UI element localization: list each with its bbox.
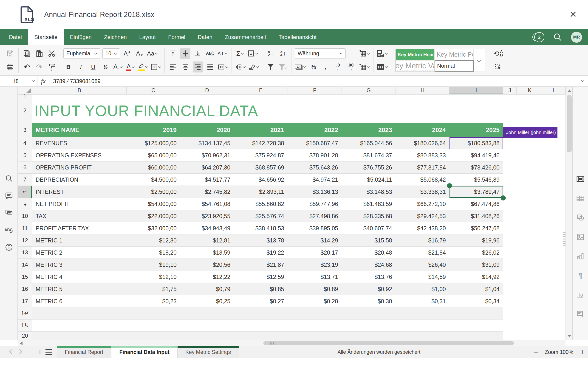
value-cell[interactable]: $50.247,68 — [450, 222, 503, 234]
value-cell[interactable]: $3.338,31 — [396, 186, 450, 198]
search-icon[interactable] — [4, 174, 14, 183]
value-cell[interactable]: $76.755,26 — [342, 161, 396, 174]
table-header-cell[interactable]: 2022 — [288, 123, 342, 137]
select-icon[interactable] — [493, 61, 503, 73]
value-cell[interactable]: $2.745,82 — [180, 186, 234, 198]
column-header-b[interactable]: B — [32, 87, 127, 94]
value-cell[interactable]: $14,92 — [450, 271, 503, 283]
value-cell[interactable]: $13,71 — [288, 271, 342, 283]
cell[interactable] — [503, 234, 565, 247]
cell[interactable] — [503, 222, 565, 234]
value-cell[interactable]: $0,27 — [234, 295, 288, 307]
empty-cell[interactable] — [32, 307, 127, 319]
metric-name-cell[interactable]: METRIC 2 — [32, 247, 127, 259]
value-cell[interactable]: $4.500,00 — [127, 174, 180, 186]
search-icon[interactable] — [553, 33, 562, 42]
value-cell[interactable]: $94.419,46 — [450, 149, 503, 161]
column-header-i[interactable]: I — [450, 87, 503, 94]
value-cell[interactable]: $180.026,64 — [396, 137, 450, 149]
sheet-tab-financial-report[interactable]: Financial Report — [57, 346, 111, 358]
empty-cell[interactable] — [180, 307, 234, 319]
text-orientation-button[interactable]: A➚ — [217, 48, 228, 59]
value-cell[interactable]: $25.576,74 — [234, 210, 288, 222]
empty-cell[interactable] — [450, 332, 503, 340]
value-cell[interactable]: $1,04 — [450, 283, 503, 295]
value-cell[interactable]: $12,81 — [180, 234, 234, 247]
value-cell[interactable]: $0,34 — [450, 295, 503, 307]
metric-name-cell[interactable]: DEPRECIATION — [32, 174, 127, 186]
sort-descending-icon[interactable]: ZA↓ — [278, 48, 288, 59]
increase-decimal-icon[interactable]: .00→ — [346, 61, 355, 73]
number-format-select[interactable]: Währung — [295, 48, 346, 58]
table-header-cell[interactable]: 2019 — [127, 123, 180, 137]
value-cell[interactable]: $32.000,00 — [127, 222, 180, 234]
horizontal-scroll-thumb[interactable] — [263, 341, 514, 345]
cell-style-normal[interactable]: Normal — [435, 60, 474, 72]
metric-name-cell[interactable]: OPERATING PROFIT — [32, 161, 127, 174]
horizontal-scrollbar[interactable] — [18, 340, 565, 346]
column-header-d[interactable]: D — [180, 87, 234, 94]
empty-cell[interactable] — [234, 319, 288, 332]
sort-ascending-icon[interactable]: AZ↓ — [266, 48, 276, 59]
row-header-9[interactable]: ↳ — [18, 198, 32, 210]
empty-cell[interactable] — [127, 319, 180, 332]
empty-cell[interactable] — [396, 307, 450, 319]
shape-settings-icon[interactable] — [576, 213, 585, 222]
cell-style-key-metric-value[interactable]: Key Metric Value — [396, 60, 435, 72]
formula-input[interactable]: 3789,47339081089 — [49, 76, 577, 86]
row-header-17[interactable]: 17 — [18, 295, 32, 307]
align-center-icon[interactable] — [180, 61, 190, 73]
value-cell[interactable]: $67.474,86 — [450, 198, 503, 210]
metric-name-cell[interactable]: METRIC 3 — [32, 259, 127, 271]
cell[interactable] — [503, 283, 565, 295]
value-cell[interactable]: $64.207,30 — [180, 161, 234, 174]
percent-style-icon[interactable]: % — [308, 61, 318, 73]
table-header-cell[interactable]: 2020 — [180, 123, 234, 137]
column-header-l[interactable]: L — [543, 87, 565, 94]
copy-button[interactable] — [22, 48, 32, 59]
add-sheet-button[interactable]: + — [35, 346, 45, 358]
cell[interactable] — [503, 332, 565, 340]
value-cell[interactable]: $19,22 — [234, 247, 288, 259]
align-right-icon[interactable] — [193, 61, 203, 73]
empty-cell[interactable] — [180, 332, 234, 340]
format-as-table-button[interactable] — [377, 61, 388, 73]
empty-cell[interactable] — [396, 319, 450, 332]
value-cell[interactable]: $0,25 — [180, 295, 234, 307]
value-cell[interactable]: $59.747,96 — [288, 198, 342, 210]
row-header-11[interactable]: 11 — [18, 222, 32, 234]
cell[interactable] — [503, 149, 565, 161]
value-cell[interactable]: $77.317,84 — [396, 161, 450, 174]
row-header-7[interactable]: 7 — [18, 174, 32, 186]
font-name-select[interactable]: Euphemia — [63, 48, 100, 58]
row-header-4[interactable]: 4 — [18, 137, 32, 149]
value-cell[interactable]: $55.860,82 — [234, 198, 288, 210]
row-header-14[interactable]: 14 — [18, 259, 32, 271]
column-header-k[interactable]: K — [517, 87, 543, 94]
value-cell[interactable]: $19,96 — [450, 234, 503, 247]
menu-tab-datei[interactable]: Datei — [3, 29, 28, 45]
next-sheet-icon[interactable] — [17, 349, 23, 354]
value-cell[interactable]: $19,10 — [127, 259, 180, 271]
value-cell[interactable]: $12,10 — [127, 271, 180, 283]
change-case-button[interactable]: Aa — [147, 48, 158, 59]
metric-name-cell[interactable]: REVENUES — [32, 137, 127, 149]
value-cell[interactable]: $1,00 — [396, 283, 450, 295]
cell[interactable] — [503, 307, 565, 319]
value-cell[interactable]: $14,59 — [396, 271, 450, 283]
table-header-cell[interactable]: 2023 — [342, 123, 396, 137]
value-cell[interactable]: $0,89 — [288, 283, 342, 295]
value-cell[interactable]: $61.483,59 — [342, 198, 396, 210]
value-cell[interactable]: $73.426,00 — [450, 161, 503, 174]
named-ranges-button[interactable] — [235, 61, 246, 73]
chat-icon[interactable] — [4, 208, 14, 217]
sheet-tab-financial-data-input[interactable]: Financial Data Input — [111, 346, 178, 358]
menu-tab-tabellenansicht[interactable]: Tabellenansicht — [272, 29, 323, 45]
conditional-formatting-button[interactable] — [377, 48, 388, 59]
justify-icon[interactable] — [205, 61, 215, 73]
value-cell[interactable]: $5.024,11 — [342, 174, 396, 186]
menu-tab-zeichnen[interactable]: Zeichnen — [98, 29, 133, 45]
cell[interactable] — [503, 137, 565, 149]
column-header-h[interactable]: H — [396, 87, 450, 94]
print-button[interactable] — [5, 61, 15, 73]
